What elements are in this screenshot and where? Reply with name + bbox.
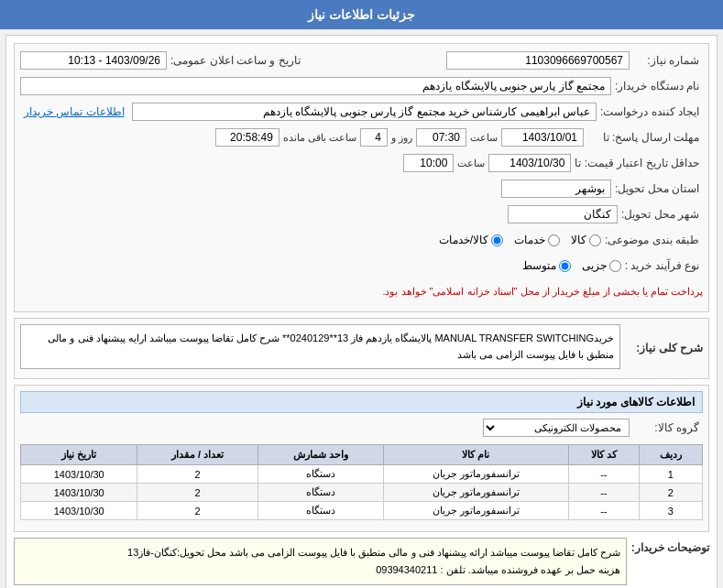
cell-tarikh: 1403/10/30 [21, 484, 137, 502]
row-shahr: شهر محل تحویل: کنگان [20, 203, 703, 225]
radio-motavaset-item[interactable]: متوسط [522, 259, 571, 272]
label-namDastgah: نام دستگاه خریدار: [611, 80, 703, 93]
label-hadakal: حداقل تاریخ اعتبار قیمت: تا [571, 157, 703, 169]
mohlat-date-text: 1403/10/01 [522, 131, 577, 144]
cell-vahed: دستگاه [257, 484, 383, 502]
row-namDastgah: نام دستگاه خریدار: مجتمع گاز پارس جنوبی … [20, 75, 703, 97]
cell-radif: 1 [639, 465, 702, 484]
cell-tarikh: 1403/10/30 [21, 502, 137, 520]
radio-jozee[interactable] [609, 260, 621, 272]
col-vahed: واحد شمارش [257, 445, 383, 465]
kalaha-section: اطلاعات کالاهای مورد نیاز گروه کالا: محص… [14, 385, 709, 532]
label-shomareNiaz: شماره نیاز: [630, 54, 703, 67]
value-shomareNiaz: 1103096669700567 [446, 51, 630, 70]
col-name: نام کالا [383, 445, 568, 465]
row-hadakal: حداقل تاریخ اعتبار قیمت: تا 1403/10/30 س… [20, 152, 703, 174]
radio-kala[interactable] [589, 234, 601, 246]
notes-section: توضیحات خریدار: شرح کامل تقاضا پیوست میب… [14, 538, 709, 588]
label-rooz: روز و [391, 132, 412, 144]
col-tedad: تعداد / مقدار [137, 445, 257, 465]
value-sharh: خریدMANUAL TRANSFER SWITCHING پالایشگاه … [20, 324, 620, 369]
radio-group-tabaghebandi: کالا خدمات کالا/خدمات [439, 234, 601, 246]
row-pardakht: پرداخت تمام یا بخشی از مبلغ خریدار از مح… [20, 280, 703, 302]
value-mohlat-time: 07:30 [416, 128, 466, 147]
tarikh-text: 1403/09/26 - 10:13 [68, 54, 160, 67]
radio-khadamat[interactable] [548, 234, 560, 246]
table-row: 2--ترانسفورماتور جریاندستگاه21403/10/30 [21, 484, 703, 502]
radio-kala-label: کالا [571, 234, 586, 246]
label-saat: ساعت [470, 132, 498, 144]
radio-jozee-label: جزیی [582, 259, 607, 272]
value-ostan: بوشهر [501, 180, 611, 198]
cell-tarikh: 1403/10/30 [21, 465, 137, 484]
hadakal-time-text: 10:00 [420, 157, 447, 169]
value-mohlat-days: 4 [360, 128, 388, 147]
cell-name: ترانسفورماتور جریان [383, 502, 568, 520]
kalaha-table: ردیف کد کالا نام کالا واحد شمارش تعداد /… [20, 444, 703, 520]
row-shomareNiaz: شماره نیاز: 1103096669700567 تاریخ و ساع… [20, 49, 703, 71]
group-select[interactable]: محصولات الکترونیکی [483, 419, 630, 437]
hadakal-date-text: 1403/10/30 [509, 157, 564, 169]
namDastgah-text: مجتمع گاز پارس جنوبی پالایشگاه یازدهم [422, 80, 605, 93]
label-mohlat: مهلت ارسال پاسخ: تا [584, 131, 703, 144]
radio-kalakhadamat-item[interactable]: کالا/خدمات [439, 234, 503, 246]
value-ijad: عباس ابراهیمی کارشناس خرید مجتمع گاز پار… [132, 103, 597, 121]
pardakht-text: پرداخت تمام یا بخشی از مبلغ خریدار از مح… [382, 286, 703, 298]
cell-name: ترانسفورماتور جریان [383, 465, 568, 484]
col-kod: کد کالا [568, 445, 639, 465]
cell-radif: 2 [639, 484, 702, 502]
value-hadakal-date: 1403/10/30 [488, 154, 571, 172]
cell-radif: 3 [639, 502, 702, 520]
page-container: جزئیات اطلاعات نیاز شماره نیاز: 11030966… [0, 0, 723, 588]
row-noweFarayand: نوع فرآیند خرید : جزیی متوسط [20, 255, 703, 277]
cell-tedad: 2 [137, 502, 257, 520]
label-tabaghebandi: طبقه بندی موضوعی: [601, 234, 703, 246]
cell-kod: -- [568, 484, 639, 502]
sharh-text: خریدMANUAL TRANSFER SWITCHING پالایشگاه … [48, 332, 614, 360]
form-section: شماره نیاز: 1103096669700567 تاریخ و ساع… [14, 43, 709, 312]
sharh-niyaz-section: شرح کلی نیاز: خریدMANUAL TRANSFER SWITCH… [14, 318, 709, 379]
col-radif: ردیف [639, 445, 702, 465]
radio-jozee-item[interactable]: جزیی [582, 259, 621, 272]
mohlat-days-text: 4 [375, 131, 381, 144]
label-remaining: ساعت باقی مانده [283, 132, 356, 144]
kalaha-table-section: ردیف کد کالا نام کالا واحد شمارش تعداد /… [20, 444, 703, 520]
value-tarikh: 1403/09/26 - 10:13 [20, 51, 167, 70]
table-row: 1--ترانسفورماتور جریاندستگاه21403/10/30 [21, 465, 703, 484]
value-mohlat-remaining: 20:58:49 [215, 128, 279, 147]
kalaha-title: اطلاعات کالاهای مورد نیاز [20, 391, 703, 413]
radio-khadamat-item[interactable]: خدمات [514, 234, 560, 246]
cell-name: ترانسفورماتور جریان [383, 484, 568, 502]
mohlat-time-text: 07:30 [433, 131, 460, 144]
row-mohlat: مهلت ارسال پاسخ: تا 1403/10/01 ساعت 07:3… [20, 126, 703, 148]
radio-motavaset[interactable] [559, 260, 571, 272]
label-noweFarayand: نوع فرآیند خرید : [621, 259, 703, 272]
value-hadakal-time: 10:00 [403, 154, 454, 172]
row-ostan: استان محل تحویل: بوشهر [20, 178, 703, 200]
table-row: 3--ترانسفورماتور جریاندستگاه21403/10/30 [21, 502, 703, 520]
row-group: گروه کالا: محصولات الکترونیکی [20, 417, 703, 439]
radio-khadamat-label: خدمات [514, 234, 545, 246]
label-notes: توضیحات خریدار: [627, 538, 709, 554]
radio-group-farayand: جزیی متوسط [522, 259, 621, 272]
radio-kala-khadamat[interactable] [491, 234, 503, 246]
row-sharh: شرح کلی نیاز: خریدMANUAL TRANSFER SWITCH… [20, 324, 703, 369]
radio-kala-item[interactable]: کالا [571, 234, 601, 246]
shomareNiaz-text: 1103096669700567 [525, 54, 623, 67]
label-sharh: شرح کلی نیاز: [620, 340, 703, 354]
value-notes: شرح کامل تقاضا پیوست میباشد ارائه پیشنها… [14, 538, 627, 584]
label-ijad: ایجاد کننده درخواست: [597, 105, 703, 118]
ittilaat-link[interactable]: اطلاعات تماس خریدار [24, 105, 125, 118]
label-ostan: استان محل تحویل: [611, 182, 703, 195]
cell-vahed: دستگاه [257, 465, 383, 484]
ijad-text: عباس ابراهیمی کارشناس خرید مجتمع گاز پار… [263, 105, 590, 118]
notes-text1: شرح کامل تقاضا پیوست میباشد ارائه پیشنها… [20, 544, 620, 561]
main-content: شماره نیاز: 1103096669700567 تاریخ و ساع… [5, 35, 718, 588]
cell-vahed: دستگاه [257, 502, 383, 520]
label-shahr: شهر محل تحویل: [618, 208, 703, 221]
row-tabaghebandi: طبقه بندی موضوعی: کالا خدمات کالا/خدمات [20, 229, 703, 251]
label-tarikh: تاریخ و ساعت اعلان عمومی: [167, 54, 304, 67]
cell-kod: -- [568, 502, 639, 520]
radio-kalakhadamat-label: کالا/خدمات [439, 234, 488, 246]
shahr-text: کنگان [584, 208, 611, 221]
